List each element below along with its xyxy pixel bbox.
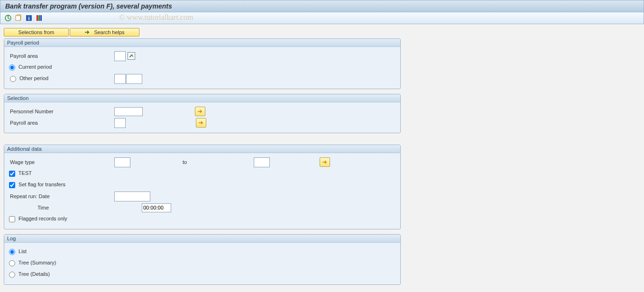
svg-rect-5	[38, 15, 40, 21]
action-buttons-row: Selections from Search helps	[4, 28, 640, 36]
group-title-log: Log	[4, 235, 400, 243]
test-label: TEST	[18, 170, 32, 176]
svg-rect-4	[37, 15, 38, 21]
current-period-radio[interactable]	[9, 64, 15, 71]
flagged-only-checkbox[interactable]	[9, 216, 15, 222]
payroll-area-input[interactable]	[114, 51, 126, 61]
personnel-number-label: Personnel Number	[9, 109, 114, 114]
flagged-only-label: Flagged records only	[18, 216, 67, 221]
group-selection: Selection Personnel Number Payroll area	[4, 94, 401, 133]
other-period-input-1[interactable]	[114, 74, 126, 84]
svg-rect-6	[40, 15, 42, 21]
group-payroll-period: Payroll period Payroll area Current peri…	[4, 38, 401, 89]
execute-icon[interactable]	[4, 14, 12, 22]
wage-type-to-input[interactable]	[254, 157, 270, 167]
current-period-radio-row[interactable]: Current period	[9, 64, 52, 71]
group-log: Log List Tree (Summary) Tree (Details)	[4, 234, 401, 285]
log-list-radio-row[interactable]: List	[9, 248, 27, 255]
selection-payroll-area-label: Payroll area	[9, 120, 114, 126]
log-list-radio[interactable]	[9, 249, 15, 255]
stripes-icon[interactable]	[36, 14, 43, 22]
selection-payroll-area-input[interactable]	[114, 118, 126, 128]
payroll-area-search-help-icon[interactable]	[128, 52, 135, 60]
log-tree-summary-radio[interactable]	[9, 260, 15, 266]
other-period-label: Other period	[19, 75, 48, 81]
time-input[interactable]	[142, 203, 171, 212]
set-flag-checkbox[interactable]	[9, 182, 15, 188]
other-period-input-2[interactable]	[126, 74, 142, 84]
watermark: © www.tutorialkart.com	[119, 13, 193, 22]
group-title-selection: Selection	[4, 94, 400, 102]
repeat-date-label: Repeat run: Date	[9, 193, 114, 199]
selections-from-label: Selections from	[18, 29, 55, 35]
wage-type-multiselect-button[interactable]	[320, 157, 330, 167]
wage-type-from-input[interactable]	[114, 157, 130, 167]
toolbar: i © www.tutorialkart.com	[0, 12, 644, 24]
other-period-radio-row[interactable]: Other period	[9, 75, 114, 82]
search-helps-button[interactable]: Search helps	[70, 28, 139, 36]
content-area: Selections from Search helps Payroll per…	[0, 24, 644, 292]
time-label: Time	[9, 205, 142, 210]
wage-type-label: Wage type	[9, 159, 114, 165]
personnel-number-multiselect-button[interactable]	[195, 107, 205, 116]
log-tree-summary-radio-row[interactable]: Tree (Summary)	[9, 260, 56, 266]
log-tree-details-label: Tree (Details)	[18, 271, 50, 277]
current-period-label: Current period	[18, 64, 52, 70]
payroll-area-label: Payroll area	[9, 53, 114, 59]
log-tree-details-radio[interactable]	[9, 272, 15, 278]
group-title-additional-data: Additional data	[4, 145, 400, 153]
group-additional-data: Additional data Wage type to TEST	[4, 145, 401, 229]
arrow-right-icon	[84, 29, 90, 35]
wage-type-to-label: to	[130, 159, 254, 165]
test-checkbox-row[interactable]: TEST	[9, 170, 32, 177]
selections-from-button[interactable]: Selections from	[4, 28, 69, 36]
search-helps-label: Search helps	[94, 29, 124, 35]
log-list-label: List	[18, 248, 27, 254]
selection-payroll-area-multiselect-button[interactable]	[196, 118, 206, 128]
page-title: Bank transfer program (version F), sever…	[5, 2, 172, 10]
repeat-date-input[interactable]	[114, 192, 150, 201]
group-title-payroll-period: Payroll period	[4, 39, 400, 47]
get-variant-icon[interactable]	[15, 14, 22, 22]
info-icon[interactable]: i	[25, 14, 33, 22]
svg-text:i: i	[28, 15, 29, 21]
other-period-radio[interactable]	[10, 76, 16, 82]
test-checkbox[interactable]	[9, 171, 15, 177]
personnel-number-input[interactable]	[114, 107, 143, 116]
set-flag-label: Set flag for transfers	[18, 182, 65, 187]
set-flag-checkbox-row[interactable]: Set flag for transfers	[9, 182, 65, 188]
svg-rect-1	[16, 16, 20, 20]
app-header: Bank transfer program (version F), sever…	[0, 0, 644, 12]
flagged-only-checkbox-row[interactable]: Flagged records only	[9, 216, 67, 222]
log-tree-details-radio-row[interactable]: Tree (Details)	[9, 271, 50, 278]
log-tree-summary-label: Tree (Summary)	[18, 260, 56, 265]
